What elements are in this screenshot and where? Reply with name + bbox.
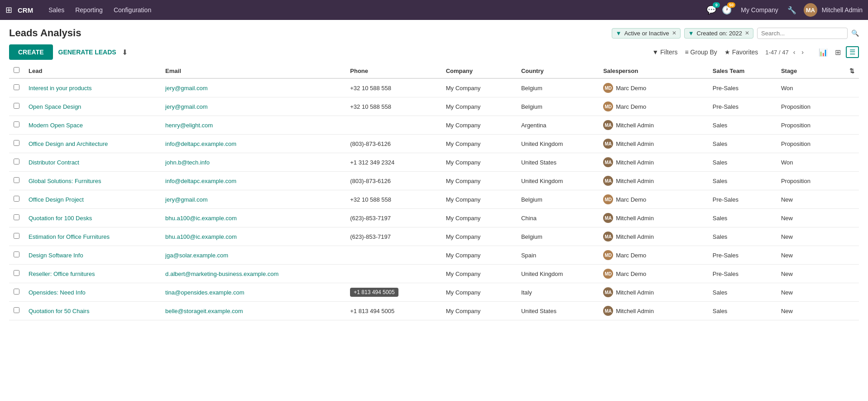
- clock-icon[interactable]: 🕐 50: [722, 5, 732, 15]
- filter-label-1: Active or Inactive: [624, 30, 669, 37]
- table-row: Quotation for 100 Desksbhu.a100@ic.examp…: [9, 209, 859, 227]
- email-link-9[interactable]: jga@solar.example.com: [165, 252, 228, 259]
- email-link-8[interactable]: bhu.a100@ic.example.com: [165, 233, 237, 240]
- row-checkbox-1[interactable]: [14, 103, 19, 109]
- wrench-icon[interactable]: 🔧: [787, 6, 796, 14]
- stage-cell: New: [777, 190, 845, 209]
- email-link-12[interactable]: belle@storageit.example.com: [165, 308, 243, 314]
- email-link-0[interactable]: jery@gmail.com: [165, 85, 207, 92]
- lead-link-12[interactable]: Quotation for 50 Chairs: [29, 308, 89, 314]
- row-checkbox-10[interactable]: [14, 270, 19, 276]
- row-settings: [845, 265, 859, 283]
- lead-link-11[interactable]: Opensides: Need Info: [29, 289, 86, 296]
- stage-cell: Won: [777, 78, 845, 97]
- salesperson-cell-8: MA Mitchell Admin: [603, 232, 704, 242]
- email-link-6[interactable]: jery@gmail.com: [165, 196, 207, 203]
- search-input[interactable]: [761, 30, 844, 37]
- stage-badge-12: New: [781, 308, 793, 314]
- lead-link-10[interactable]: Reseller: Office furnitures: [29, 271, 95, 277]
- list-view-button[interactable]: ☰: [846, 46, 859, 58]
- row-settings: [845, 283, 859, 302]
- salesteam-cell: Sales: [708, 283, 777, 302]
- email-link-4[interactable]: john.b@tech.info: [165, 159, 210, 166]
- row-checkbox-8[interactable]: [14, 233, 19, 239]
- lead-link-9[interactable]: Design Software Info: [29, 252, 83, 259]
- lead-link-4[interactable]: Distributor Contract: [29, 159, 79, 166]
- filters-button[interactable]: ▼ Filters: [652, 48, 677, 56]
- col-header-stage: Stage: [777, 63, 845, 78]
- salesperson-avatar-3: MA: [603, 139, 613, 149]
- table-row: Design Software Infojga@solar.example.co…: [9, 246, 859, 265]
- favorites-button[interactable]: ★ Favorites: [724, 48, 758, 56]
- filter-close-1[interactable]: ✕: [672, 30, 676, 36]
- lead-link-2[interactable]: Modern Open Space: [29, 122, 83, 129]
- help-icon[interactable]: 💬 9: [706, 5, 716, 15]
- row-checkbox-12[interactable]: [14, 307, 19, 313]
- row-checkbox-4[interactable]: [14, 159, 19, 164]
- row-checkbox-2[interactable]: [14, 121, 19, 127]
- table-row: Office Design and Architectureinfo@delta…: [9, 135, 859, 153]
- row-checkbox-5[interactable]: [14, 177, 19, 183]
- phone-7: (623)-853-7197: [350, 215, 391, 222]
- lead-link-0[interactable]: Interest in your products: [29, 85, 91, 92]
- search-icon[interactable]: 🔍: [851, 29, 859, 37]
- email-link-3[interactable]: info@deltapc.example.com: [165, 140, 236, 147]
- row-checkbox-7[interactable]: [14, 214, 19, 220]
- email-link-7[interactable]: bhu.a100@ic.example.com: [165, 215, 237, 222]
- select-all-header[interactable]: [9, 63, 24, 78]
- email-link-11[interactable]: tina@opensides.example.com: [165, 289, 244, 296]
- row-checkbox-11[interactable]: [14, 289, 19, 295]
- create-button[interactable]: CREATE: [9, 44, 53, 60]
- nav-item-configuration[interactable]: Configuration: [109, 5, 156, 15]
- salesperson-avatar-11: MA: [603, 287, 613, 297]
- next-page-button[interactable]: ›: [800, 48, 806, 57]
- stage-cell: New: [777, 283, 845, 302]
- col-header-company: Company: [441, 63, 517, 78]
- lead-link-5[interactable]: Global Solutions: Furnitures: [29, 178, 101, 184]
- email-link-5[interactable]: info@deltapc.example.com: [165, 178, 236, 184]
- nav-item-sales[interactable]: Sales: [44, 5, 69, 15]
- col-header-lead: Lead: [24, 63, 161, 78]
- lead-link-3[interactable]: Office Design and Architecture: [29, 140, 108, 147]
- salesteam-cell: Pre-Sales: [708, 97, 777, 116]
- stage-cell: Won: [777, 153, 845, 172]
- lead-link-1[interactable]: Open Space Design: [29, 103, 81, 110]
- col-header-settings[interactable]: ⇅: [845, 63, 859, 78]
- salesteam-cell: Sales: [708, 302, 777, 320]
- stage-cell: New: [777, 265, 845, 283]
- kanban-view-button[interactable]: ⊞: [833, 47, 843, 58]
- row-settings: [845, 153, 859, 172]
- user-avatar[interactable]: MA: [804, 3, 817, 17]
- lead-link-6[interactable]: Office Design Project: [29, 196, 84, 203]
- download-icon[interactable]: ⬇: [122, 48, 128, 57]
- salesteam-cell: Pre-Sales: [708, 265, 777, 283]
- country-cell: United Kingdom: [517, 135, 599, 153]
- lead-link-8[interactable]: Estimation for Office Furnitures: [29, 233, 110, 240]
- stage-badge-1: Proposition: [781, 103, 810, 110]
- filter-close-2[interactable]: ✕: [745, 30, 749, 36]
- email-link-10[interactable]: d.albert@marketing-business.example.com: [165, 271, 278, 277]
- salesperson-avatar-9: MD: [603, 250, 613, 260]
- row-checkbox-0[interactable]: [14, 84, 19, 90]
- phone-5: (803)-873-6126: [350, 178, 391, 184]
- generate-leads-button[interactable]: GENERATE LEADS: [58, 48, 116, 56]
- lead-link-7[interactable]: Quotation for 100 Desks: [29, 215, 92, 222]
- salesperson-cell-0: MD Marc Demo: [603, 83, 704, 93]
- row-checkbox-9[interactable]: [14, 251, 19, 257]
- salesperson-name-2: Mitchell Admin: [616, 122, 654, 129]
- select-all-checkbox[interactable]: [14, 67, 19, 73]
- salesperson-name-9: Marc Demo: [616, 252, 646, 259]
- stage-cell: New: [777, 209, 845, 227]
- grid-icon[interactable]: ⊞: [5, 5, 12, 15]
- country-cell: United Kingdom: [517, 265, 599, 283]
- nav-item-reporting[interactable]: Reporting: [71, 5, 107, 15]
- prev-page-button[interactable]: ‹: [791, 48, 797, 57]
- email-link-2[interactable]: henry@elight.com: [165, 122, 213, 129]
- salesperson-avatar-5: MA: [603, 176, 613, 186]
- country-cell: Belgium: [517, 97, 599, 116]
- email-link-1[interactable]: jery@gmail.com: [165, 103, 207, 110]
- row-checkbox-6[interactable]: [14, 196, 19, 202]
- groupby-button[interactable]: ≡ Group By: [685, 48, 717, 56]
- row-checkbox-3[interactable]: [14, 140, 19, 146]
- chart-view-button[interactable]: 📊: [816, 47, 830, 58]
